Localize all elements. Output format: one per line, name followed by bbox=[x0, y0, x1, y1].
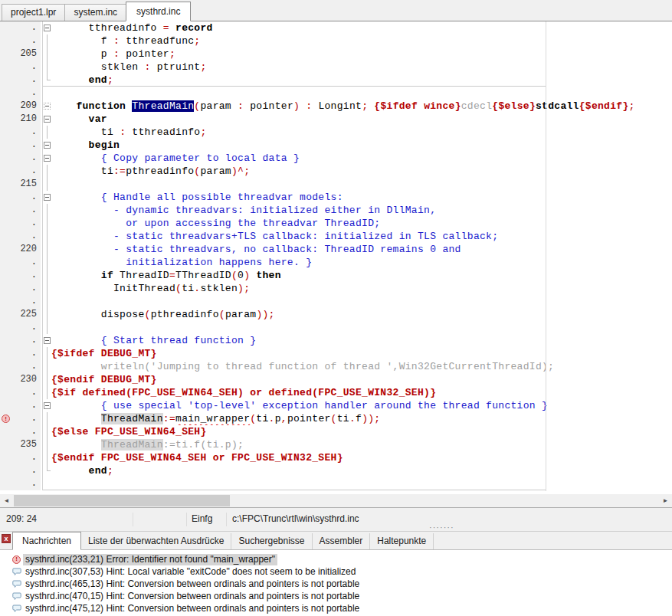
code-line[interactable]: . ti : tthreadinfo; bbox=[0, 126, 672, 139]
code-text[interactable]: initialization happens here. } bbox=[51, 256, 672, 269]
code-line[interactable]: . or upon accessing the threadvar Thread… bbox=[0, 217, 672, 230]
close-messages-button[interactable]: x bbox=[2, 534, 11, 543]
messages-tab-assembler[interactable]: Assembler bbox=[313, 533, 371, 549]
fold-toggle-icon[interactable] bbox=[44, 402, 51, 409]
code-line[interactable]: .{$else FPC_USE_WIN64_SEH} bbox=[0, 425, 672, 438]
code-text[interactable]: InitThread(ti.stklen); bbox=[51, 282, 672, 295]
fold-toggle-icon[interactable] bbox=[44, 337, 51, 344]
code-line[interactable]: . stklen : ptruint; bbox=[0, 61, 672, 74]
fold-toggle-icon[interactable] bbox=[44, 194, 51, 201]
code-text[interactable]: begin bbox=[51, 139, 672, 152]
horizontal-scrollbar[interactable]: ◄ ► bbox=[0, 494, 672, 508]
code-text[interactable]: - dynamic threadvars: initialized either… bbox=[51, 204, 672, 217]
fold-toggle-icon[interactable] bbox=[44, 116, 51, 123]
code-text[interactable]: var bbox=[51, 113, 672, 126]
code-text[interactable]: { Copy parameter to local data } bbox=[51, 152, 672, 165]
fold-toggle-icon[interactable] bbox=[44, 155, 51, 162]
code-line[interactable]: .{$if defined(FPC_USE_WIN64_SEH) or defi… bbox=[0, 386, 672, 399]
messages-tab-nachrichten[interactable]: Nachrichten bbox=[12, 532, 81, 550]
code-text[interactable] bbox=[51, 87, 672, 100]
code-line[interactable]: . if ThreadID=TThreadID(0) then bbox=[0, 269, 672, 282]
code-text[interactable]: writeln('Jumping to thread function of t… bbox=[51, 360, 672, 373]
code-line[interactable]: 230{$endif DEBUG_MT} bbox=[0, 373, 672, 386]
code-text[interactable]: dispose(pthreadinfo(param)); bbox=[51, 308, 672, 321]
code-line[interactable]: . bbox=[0, 87, 672, 100]
code-text[interactable]: { use special 'top-level' exception hand… bbox=[51, 399, 672, 412]
code-text[interactable]: {$endif DEBUG_MT} bbox=[51, 373, 672, 386]
code-line[interactable]: 205 p : pointer; bbox=[0, 48, 672, 61]
message-row[interactable]: systhrd.inc(475,12) Hint: Conversion bet… bbox=[0, 602, 672, 614]
message-row[interactable]: systhrd.inc(470,15) Hint: Conversion bet… bbox=[0, 590, 672, 602]
code-line[interactable]: . initialization happens here. } bbox=[0, 256, 672, 269]
code-line[interactable]: . { Start thread function } bbox=[0, 334, 672, 347]
fold-toggle-icon[interactable] bbox=[44, 142, 51, 149]
fold-toggle-icon[interactable] bbox=[44, 25, 51, 31]
code-line[interactable]: . tthreadinfo = record bbox=[0, 21, 672, 34]
code-line[interactable]: . ti:=pthreadinfo(param)^; bbox=[0, 165, 672, 178]
editor-tab-project1-lpr[interactable]: project1.lpr bbox=[2, 4, 65, 21]
code-text[interactable]: ThreadMain:=ti.f(ti.p); bbox=[51, 438, 672, 451]
messages-tab-liste-der-berwachten-ausdr-cke[interactable]: Liste der überwachten Ausdrücke bbox=[81, 533, 231, 549]
message-row[interactable]: systhrd.inc(465,13) Hint: Conversion bet… bbox=[0, 578, 672, 590]
code-text[interactable]: f : tthreadfunc; bbox=[51, 34, 672, 48]
scrollbar-thumb[interactable] bbox=[14, 495, 230, 506]
code-editor[interactable]: . tthreadinfo = record. f : tthreadfunc;… bbox=[0, 21, 672, 494]
code-line[interactable]: . bbox=[0, 321, 672, 334]
code-text[interactable]: function ThreadMain(param : pointer) : L… bbox=[51, 100, 672, 113]
code-text[interactable]: - static threadvars, no callback: Thread… bbox=[51, 243, 672, 256]
code-text[interactable]: end; bbox=[51, 464, 672, 477]
code-text[interactable] bbox=[51, 178, 672, 191]
code-line[interactable]: . writeln('Jumping to thread function of… bbox=[0, 360, 672, 373]
code-text[interactable]: {$ifdef DEBUG_MT} bbox=[51, 347, 672, 360]
code-line[interactable]: 220 - static threadvars, no callback: Th… bbox=[0, 243, 672, 256]
code-line[interactable]: 210 var bbox=[0, 113, 672, 126]
messages-tab-suchergebnisse[interactable]: Suchergebnisse bbox=[231, 533, 312, 549]
code-text[interactable] bbox=[51, 321, 672, 334]
code-line[interactable]: 235 ThreadMain:=ti.f(ti.p); bbox=[0, 438, 672, 451]
code-text[interactable]: ThreadMain:=main_wrapper(ti.p,pointer(ti… bbox=[51, 412, 672, 425]
code-text[interactable] bbox=[51, 295, 672, 308]
code-line[interactable]: . end; bbox=[0, 74, 672, 87]
code-text[interactable]: { Handle all possible threadvar models: bbox=[51, 191, 672, 204]
code-line[interactable]: . f : tthreadfunc; bbox=[0, 34, 672, 48]
code-text[interactable]: if ThreadID=TThreadID(0) then bbox=[51, 269, 672, 282]
code-line[interactable]: . bbox=[0, 295, 672, 308]
code-text[interactable]: {$endif FPC_USE_WIN64_SEH or FPC_USE_WIN… bbox=[51, 451, 672, 464]
messages-tab-haltepunkte[interactable]: Haltepunkte bbox=[370, 533, 434, 549]
code-text[interactable]: or upon accessing the threadvar ThreadID… bbox=[51, 217, 672, 230]
code-line[interactable]: . - dynamic threadvars: initialized eith… bbox=[0, 204, 672, 217]
code-text[interactable]: p : pointer; bbox=[51, 48, 672, 61]
code-line[interactable]: .{$ifdef DEBUG_MT} bbox=[0, 347, 672, 360]
splitter-grip-icon[interactable]: ······· bbox=[429, 523, 454, 531]
code-line[interactable]: . { Copy parameter to local data } bbox=[0, 152, 672, 165]
code-text[interactable] bbox=[51, 477, 672, 490]
message-row[interactable]: systhrd.inc(307,53) Hint: Local variable… bbox=[0, 565, 672, 578]
code-text[interactable]: { Start thread function } bbox=[51, 334, 672, 347]
code-line[interactable]: . { use special 'top-level' exception ha… bbox=[0, 399, 672, 412]
fold-toggle-icon[interactable] bbox=[44, 103, 51, 110]
code-line[interactable]: 225 dispose(pthreadinfo(param)); bbox=[0, 308, 672, 321]
code-line[interactable]: !. ThreadMain:=main_wrapper(ti.p,pointer… bbox=[0, 412, 672, 425]
scroll-left-button[interactable]: ◄ bbox=[0, 494, 13, 507]
code-text[interactable]: ti : tthreadinfo; bbox=[51, 126, 672, 139]
code-text[interactable]: stklen : ptruint; bbox=[51, 61, 672, 74]
code-line[interactable]: . - static threadvars+TLS callback: init… bbox=[0, 230, 672, 243]
code-text[interactable]: - static threadvars+TLS callback: initia… bbox=[51, 230, 672, 243]
code-line[interactable]: . end; bbox=[0, 464, 672, 477]
code-line[interactable]: 215 bbox=[0, 178, 672, 191]
editor-tab-systhrd-inc[interactable]: systhrd.inc bbox=[126, 2, 191, 21]
code-text[interactable]: ti:=pthreadinfo(param)^; bbox=[51, 165, 672, 178]
code-line[interactable]: .{$endif FPC_USE_WIN64_SEH or FPC_USE_WI… bbox=[0, 451, 672, 464]
code-text[interactable]: tthreadinfo = record bbox=[51, 21, 672, 34]
code-text[interactable]: {$else FPC_USE_WIN64_SEH} bbox=[51, 425, 672, 438]
code-line[interactable]: . InitThread(ti.stklen); bbox=[0, 282, 672, 295]
code-text[interactable]: {$if defined(FPC_USE_WIN64_SEH) or defin… bbox=[51, 386, 672, 399]
code-text[interactable]: end; bbox=[51, 74, 672, 87]
code-line[interactable]: . begin bbox=[0, 139, 672, 152]
code-line[interactable]: . bbox=[0, 477, 672, 490]
message-row[interactable]: !systhrd.inc(233,21) Error: Identifier n… bbox=[0, 553, 672, 565]
scroll-right-button[interactable]: ► bbox=[659, 494, 672, 507]
editor-tab-system-inc[interactable]: system.inc bbox=[64, 4, 126, 21]
code-line[interactable]: 209 function ThreadMain(param : pointer)… bbox=[0, 100, 672, 113]
code-line[interactable]: . { Handle all possible threadvar models… bbox=[0, 191, 672, 204]
